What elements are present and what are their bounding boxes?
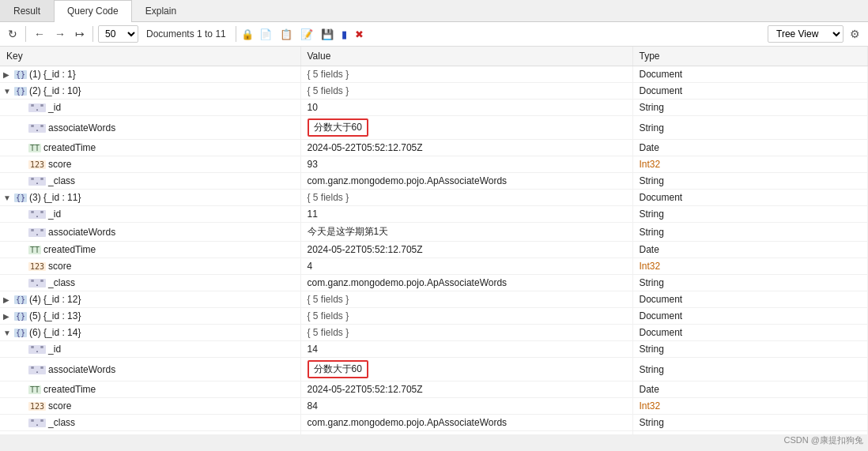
str-type-icon: "." bbox=[28, 345, 46, 354]
cell-type: String bbox=[632, 100, 868, 116]
column-header-type: Type bbox=[632, 47, 868, 66]
fields-value: { 5 fields } bbox=[308, 192, 349, 203]
str-type-icon: "." bbox=[28, 124, 46, 133]
table-row: "."_classcom.ganz.mongodemo.pojo.ApAssoc… bbox=[0, 415, 868, 431]
key-text: associateWords bbox=[48, 227, 115, 238]
key-text: associateWords bbox=[48, 364, 115, 375]
toggle-button[interactable]: ▮ bbox=[339, 28, 349, 41]
settings-button[interactable]: ⚙ bbox=[847, 26, 863, 42]
collapse-btn[interactable]: ▼ bbox=[3, 194, 13, 202]
back-button[interactable]: ← bbox=[31, 26, 48, 42]
last-button[interactable]: ↦ bbox=[72, 26, 88, 42]
toolbar: ↻ ← → ↦ 10 25 50 100 250 500 Documents 1… bbox=[0, 22, 868, 47]
key-text: (3) {_id : 11} bbox=[29, 192, 81, 203]
tab-querycode[interactable]: Query Code bbox=[54, 0, 132, 22]
expand-btn[interactable]: ▶ bbox=[3, 295, 13, 304]
table-row: "."associateWords今天是这学期第1天String bbox=[0, 223, 868, 242]
doc-type-icon: {} bbox=[14, 87, 27, 96]
key-text: _class bbox=[48, 417, 75, 428]
cell-type: String bbox=[632, 206, 868, 223]
cell-type: Document bbox=[632, 308, 868, 325]
table-row: "."_id10String bbox=[0, 100, 868, 116]
key-text: createdTime bbox=[43, 384, 96, 395]
doc-type-icon: {} bbox=[14, 194, 27, 202]
edit-doc-button[interactable]: 📝 bbox=[298, 28, 315, 41]
table-row: 123score93Int32 bbox=[0, 156, 868, 173]
cell-type: String bbox=[632, 223, 868, 242]
expand-btn[interactable]: ▶ bbox=[3, 312, 13, 321]
str-type-icon: "." bbox=[28, 103, 46, 112]
collapse-btn[interactable]: ▼ bbox=[3, 87, 13, 96]
table-row: TTcreatedTime2024-05-22T05:52:12.705ZDat… bbox=[0, 242, 868, 258]
str-type-icon: "." bbox=[28, 366, 46, 374]
cell-value: 4 bbox=[300, 258, 632, 275]
add-doc-button[interactable]: 📄 bbox=[257, 28, 274, 41]
date-type-icon: TT bbox=[28, 385, 41, 394]
column-header-value: Value bbox=[300, 47, 632, 66]
fields-value: { 5 fields } bbox=[308, 327, 349, 338]
lock-icon: 🔒 bbox=[241, 28, 254, 40]
cell-type: Date bbox=[632, 140, 868, 156]
table-row: ▶{}(7) {_id : 15}{ 5 fields }Document bbox=[0, 431, 868, 435]
str-type-icon: "." bbox=[28, 210, 46, 219]
cell-type: String bbox=[632, 358, 868, 381]
doc-count-label: Documents 1 to 11 bbox=[146, 28, 226, 39]
cell-value: 今天是这学期第1天 bbox=[300, 223, 632, 242]
toolbar-right: Tree View Table View JSON View ⚙ bbox=[768, 25, 863, 43]
key-text: _id bbox=[48, 344, 61, 355]
doc-type-icon: {} bbox=[14, 329, 27, 337]
cell-type: String bbox=[632, 341, 868, 358]
cell-type: Document bbox=[632, 83, 868, 100]
delete-button[interactable]: ✖ bbox=[353, 28, 366, 41]
key-text: _class bbox=[48, 175, 75, 186]
fields-value: { 5 fields } bbox=[308, 85, 349, 96]
fields-value: { 5 fields } bbox=[308, 69, 349, 80]
str-type-icon: "." bbox=[28, 419, 46, 427]
page-size-select[interactable]: 10 25 50 100 250 500 bbox=[98, 25, 138, 43]
cell-type: String bbox=[632, 275, 868, 291]
fields-value: { 5 fields } bbox=[308, 294, 349, 305]
key-text: (4) {_id : 12} bbox=[29, 294, 81, 305]
key-text: createdTime bbox=[43, 142, 96, 153]
table-row: "."associateWords分数大于60String bbox=[0, 116, 868, 140]
expand-btn[interactable]: ▶ bbox=[3, 70, 13, 79]
separator-2 bbox=[92, 26, 93, 42]
collapse-btn[interactable]: ▼ bbox=[3, 329, 13, 337]
copy-doc-button[interactable]: 💾 bbox=[319, 28, 336, 41]
int-type-icon: 123 bbox=[28, 262, 46, 271]
cell-type: Int32 bbox=[632, 398, 868, 415]
key-text: (2) {_id : 10} bbox=[29, 85, 81, 96]
fields-value: { 5 fields } bbox=[308, 434, 349, 434]
doc-type-icon: {} bbox=[14, 295, 27, 304]
tab-result[interactable]: Result bbox=[0, 0, 54, 21]
date-type-icon: TT bbox=[28, 144, 41, 152]
table-row: "."associateWords分数大于60String bbox=[0, 358, 868, 381]
key-text: _id bbox=[48, 209, 61, 220]
table-row: "."_id14String bbox=[0, 341, 868, 358]
str-type-icon: "." bbox=[28, 279, 46, 288]
data-table: Key Value Type ▶{}(1) {_id : 1}{ 5 field… bbox=[0, 47, 868, 434]
table-row: ▶{}(4) {_id : 12}{ 5 fields }Document bbox=[0, 291, 868, 308]
cell-type: String bbox=[632, 116, 868, 140]
table-row: TTcreatedTime2024-05-22T05:52:12.705ZDat… bbox=[0, 381, 868, 398]
data-table-container: Key Value Type ▶{}(1) {_id : 1}{ 5 field… bbox=[0, 47, 868, 434]
cell-type: Date bbox=[632, 242, 868, 258]
int-type-icon: 123 bbox=[28, 160, 46, 169]
clone-doc-button[interactable]: 📋 bbox=[277, 28, 295, 41]
cell-value: com.ganz.mongodemo.pojo.ApAssociateWords bbox=[300, 275, 632, 291]
cell-type: Int32 bbox=[632, 258, 868, 275]
table-row: TTcreatedTime2024-05-22T05:52:12.705ZDat… bbox=[0, 140, 868, 156]
fields-value: { 5 fields } bbox=[308, 310, 349, 321]
key-text: createdTime bbox=[43, 244, 96, 255]
cell-type: String bbox=[632, 173, 868, 190]
cell-value: 11 bbox=[300, 206, 632, 223]
table-row: "."_id11String bbox=[0, 206, 868, 223]
table-row: ▶{}(5) {_id : 13}{ 5 fields }Document bbox=[0, 308, 868, 325]
refresh-button[interactable]: ↻ bbox=[5, 26, 21, 42]
forward-button[interactable]: → bbox=[51, 26, 69, 42]
view-select[interactable]: Tree View Table View JSON View bbox=[768, 25, 843, 43]
table-row: ▼{}(3) {_id : 11}{ 5 fields }Document bbox=[0, 190, 868, 206]
table-row: "."_classcom.ganz.mongodemo.pojo.ApAssoc… bbox=[0, 275, 868, 291]
tab-explain[interactable]: Explain bbox=[132, 0, 190, 21]
table-row: ▼{}(2) {_id : 10}{ 5 fields }Document bbox=[0, 83, 868, 100]
